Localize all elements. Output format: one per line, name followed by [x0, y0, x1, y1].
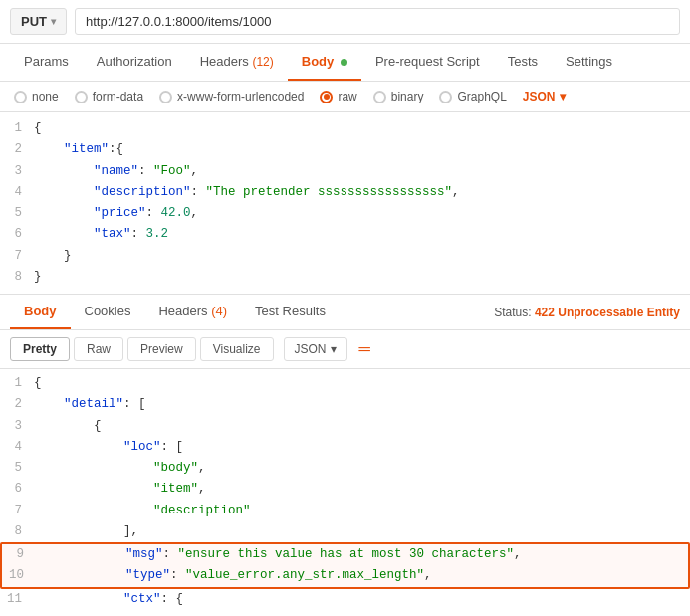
tab-headers[interactable]: Headers (12)	[186, 44, 288, 81]
headers-badge: (12)	[252, 55, 273, 69]
highlight-block: 9 "msg": "ensure this value has at most …	[0, 542, 690, 589]
radio-graphql	[439, 91, 452, 103]
method-select[interactable]: PUT ▾	[10, 8, 67, 35]
bottom-tabs-bar: Body Cookies Headers (4) Test Results St…	[0, 295, 690, 330]
resp-line-2: 2 "detail": [	[0, 394, 690, 415]
wrap-icon[interactable]: ═	[359, 340, 370, 358]
status-area: Status: 422 Unprocessable Entity	[494, 306, 680, 319]
tab-response-headers[interactable]: Headers (4)	[144, 295, 241, 329]
resp-line-4: 4 "loc": [	[0, 437, 690, 458]
tab-body[interactable]: Body	[288, 44, 361, 81]
tab-settings[interactable]: Settings	[552, 44, 626, 81]
response-format-select[interactable]: JSON ▾	[284, 337, 347, 361]
tab-params[interactable]: Params	[10, 44, 83, 81]
body-type-bar: none form-data x-www-form-urlencoded raw…	[0, 82, 690, 112]
radio-binary	[373, 91, 386, 103]
response-headers-badge: (4)	[211, 304, 227, 318]
method-label: PUT	[21, 14, 47, 29]
code-line-r3: 3 "name": "Foo",	[0, 161, 690, 182]
tab-tests[interactable]: Tests	[494, 44, 552, 81]
url-input[interactable]	[75, 8, 680, 35]
resp-line-3: 3 {	[0, 416, 690, 437]
tab-prerequest[interactable]: Pre-request Script	[361, 44, 494, 81]
tab-response-body[interactable]: Body	[10, 295, 71, 329]
tab-authorization[interactable]: Authorization	[83, 44, 186, 81]
body-type-form-data[interactable]: form-data	[75, 90, 143, 103]
status-label: Status:	[494, 306, 531, 319]
resp-line-6: 6 "item",	[0, 479, 690, 500]
url-bar: PUT ▾	[0, 0, 690, 44]
code-line-r5: 5 "price": 42.0,	[0, 203, 690, 224]
radio-raw	[320, 91, 333, 103]
resp-line-5: 5 "body",	[0, 458, 690, 479]
body-dot	[341, 59, 347, 66]
radio-urlencoded	[159, 91, 172, 103]
top-tabs: Params Authorization Headers (12) Body P…	[0, 44, 690, 82]
raw-btn[interactable]: Raw	[74, 337, 123, 361]
status-code: 422 Unprocessable Entity	[535, 306, 680, 319]
tab-test-results[interactable]: Test Results	[241, 295, 340, 329]
pretty-btn[interactable]: Pretty	[10, 337, 70, 361]
code-line-r4: 4 "description": "The pretender ssssssss…	[0, 182, 690, 203]
code-line-r2: 2 "item":{	[0, 139, 690, 160]
code-line-r1: 1 {	[0, 118, 690, 139]
resp-line-1: 1 {	[0, 373, 690, 394]
json-format-select[interactable]: JSON ▾	[523, 90, 566, 103]
resp-line-10: 10 "type": "value_error.any_str.max_leng…	[2, 565, 688, 586]
tab-response-cookies[interactable]: Cookies	[71, 295, 145, 329]
pretty-bar: Pretty Raw Preview Visualize JSON ▾ ═	[0, 330, 690, 369]
request-body-code: 1 { 2 "item":{ 3 "name": "Foo", 4 "descr…	[0, 112, 690, 295]
body-type-raw[interactable]: raw	[320, 90, 356, 103]
resp-line-11: 11 "ctx": {	[0, 589, 690, 609]
radio-none	[14, 91, 27, 103]
body-type-graphql[interactable]: GraphQL	[439, 90, 506, 103]
resp-line-9: 9 "msg": "ensure this value has at most …	[2, 544, 688, 565]
resp-line-8: 8 ],	[0, 521, 690, 542]
radio-form-data	[75, 91, 88, 103]
body-type-none[interactable]: none	[14, 90, 59, 103]
body-type-binary[interactable]: binary	[373, 90, 424, 103]
code-line-r6: 6 "tax": 3.2	[0, 224, 690, 245]
preview-btn[interactable]: Preview	[127, 337, 196, 361]
visualize-btn[interactable]: Visualize	[200, 337, 274, 361]
code-line-r8: 8 }	[0, 267, 690, 288]
resp-line-7: 7 "description"	[0, 501, 690, 521]
method-chevron-icon: ▾	[51, 16, 56, 27]
body-type-urlencoded[interactable]: x-www-form-urlencoded	[159, 90, 304, 103]
response-body-code: 1 { 2 "detail": [ 3 { 4 "loc": [ 5 "body…	[0, 369, 690, 608]
code-line-r7: 7 }	[0, 246, 690, 267]
